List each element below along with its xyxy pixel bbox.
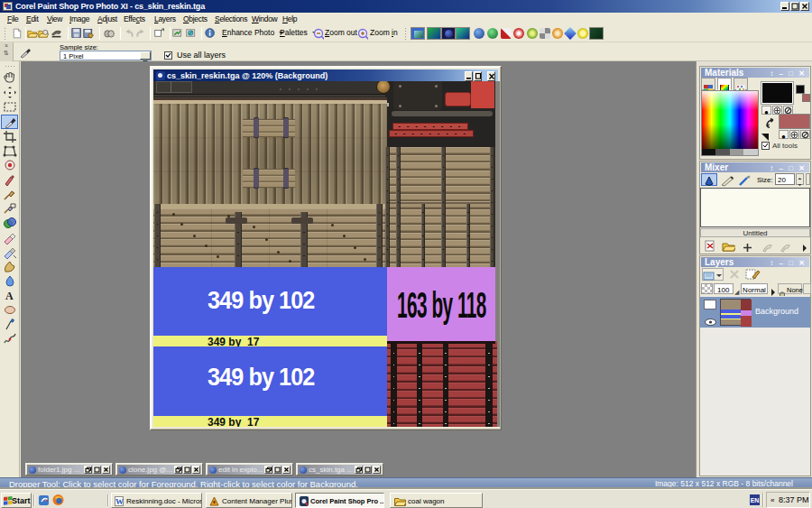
svg-text:A: A	[5, 290, 14, 302]
svg-text:W: W	[115, 497, 124, 506]
